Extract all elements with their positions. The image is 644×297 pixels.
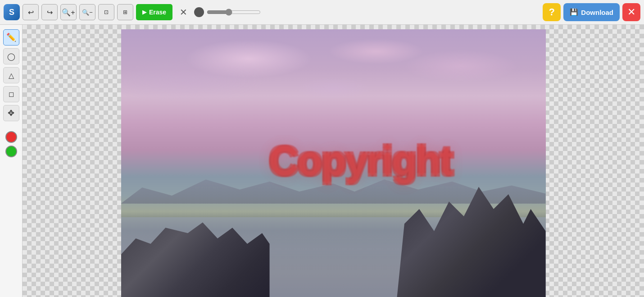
- zoom-in-icon: 🔍+: [62, 8, 75, 17]
- polygon-icon: △: [9, 71, 14, 80]
- undo-button[interactable]: ↩: [23, 4, 39, 20]
- save-icon: 💾: [570, 8, 578, 16]
- help-button[interactable]: ?: [543, 3, 561, 21]
- zoom-actual-button[interactable]: ⊞: [117, 4, 133, 20]
- move-icon: ✥: [8, 108, 14, 118]
- undo-icon: ↩: [28, 8, 34, 17]
- toolbar-right: ? 💾 Download ✕: [543, 3, 640, 21]
- brush-icon: ✏️: [6, 32, 16, 42]
- cancel-icon: ✕: [180, 7, 187, 18]
- lasso-icon: ◯: [7, 52, 15, 61]
- main-area: ✏️ ◯ △ ◻ ✥: [0, 25, 644, 297]
- move-tool-button[interactable]: ✥: [3, 105, 19, 121]
- zoom-out-icon: 🔍−: [82, 9, 93, 16]
- close-icon: ✕: [627, 6, 635, 18]
- close-button[interactable]: ✕: [622, 3, 640, 21]
- zoom-fit-button[interactable]: ⊡: [98, 4, 114, 20]
- help-icon: ?: [549, 6, 555, 18]
- polygon-tool-button[interactable]: △: [3, 67, 19, 83]
- redo-icon: ↪: [47, 8, 53, 17]
- brush-tool-button[interactable]: ✏️: [3, 29, 19, 46]
- eraser-tool-button[interactable]: ◻: [3, 86, 19, 102]
- eraser-icon: ◻: [9, 90, 14, 98]
- color-red-button[interactable]: [5, 131, 17, 143]
- zoom-in-button[interactable]: 🔍+: [60, 4, 77, 20]
- background-image: [121, 29, 546, 297]
- canvas-area[interactable]: Copyright: [23, 25, 644, 297]
- clouds-layer: [121, 29, 546, 177]
- app-logo: S: [4, 4, 20, 20]
- image-wrapper: Copyright: [121, 29, 546, 297]
- color-green-button[interactable]: [5, 146, 17, 157]
- redo-button[interactable]: ↪: [41, 4, 58, 20]
- tools-panel: ✏️ ◯ △ ◻ ✥: [0, 25, 23, 297]
- brush-size-slider[interactable]: [207, 9, 261, 16]
- brush-size-slider-container: [194, 7, 261, 17]
- download-button[interactable]: 💾 Download: [563, 3, 620, 21]
- brush-size-indicator: [194, 7, 204, 17]
- erase-button[interactable]: ▶ Erase: [136, 4, 172, 20]
- lasso-tool-button[interactable]: ◯: [3, 48, 19, 64]
- toolbar: S ↩ ↪ 🔍+ 🔍− ⊡ ⊞ ▶ Erase ✕ ?: [0, 0, 644, 25]
- zoom-fit-icon: ⊡: [104, 9, 109, 15]
- zoom-actual-icon: ⊞: [123, 9, 127, 15]
- cancel-button[interactable]: ✕: [175, 4, 191, 20]
- play-icon: ▶: [142, 9, 146, 15]
- zoom-out-button[interactable]: 🔍−: [79, 4, 95, 20]
